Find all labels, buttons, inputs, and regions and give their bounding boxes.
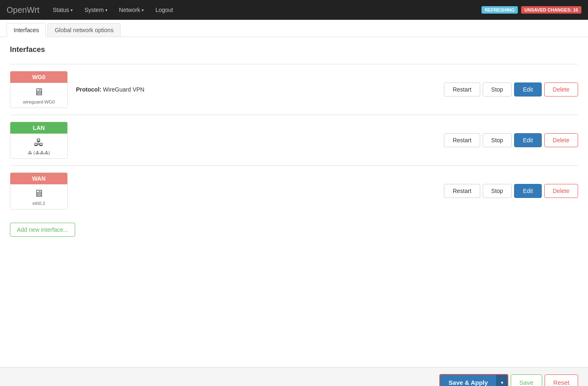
interface-row-lan: LAN 🖧 🖧 (🖧🖧🖧) Restart Stop Edit Delete xyxy=(10,115,578,165)
iface-body-lan: 🖧 🖧 (🖧🖧🖧) xyxy=(10,134,67,158)
interface-row-wg0: WG0 🖥 wireguard-WG0 Protocol: WireGuard … xyxy=(10,64,578,115)
lan-edit-button[interactable]: Edit xyxy=(514,133,541,147)
wg0-delete-button[interactable]: Delete xyxy=(544,82,578,96)
wg0-sublabel: wireguard-WG0 xyxy=(23,99,55,104)
status-dropdown-arrow: ▾ xyxy=(71,8,73,12)
save-apply-group: Save & Apply ▾ xyxy=(439,374,508,386)
navbar-right: REFRESHING UNSAVED CHANGES: 16 xyxy=(481,6,581,14)
iface-header-wg0: WG0 xyxy=(10,71,67,83)
tab-global-network-options[interactable]: Global network options xyxy=(47,23,120,37)
unsaved-badge: UNSAVED CHANGES: 16 xyxy=(521,6,581,14)
nav-status[interactable]: Status ▾ xyxy=(48,4,78,16)
page-title: Interfaces xyxy=(10,45,578,57)
iface-header-wan: WAN xyxy=(10,173,67,184)
wg0-icon: 🖥 xyxy=(34,86,44,98)
wan-stop-button[interactable]: Stop xyxy=(483,184,512,198)
brand-logo: OpenWrt xyxy=(7,5,40,15)
save-apply-button[interactable]: Save & Apply xyxy=(440,375,496,386)
iface-body-wan: 🖥 eth0.2 xyxy=(10,184,67,209)
iface-info-wg0: Protocol: WireGuard VPN xyxy=(76,86,436,93)
footer-bar: Save & Apply ▾ Save Reset xyxy=(0,367,588,386)
nav-menu: Status ▾ System ▾ Network ▾ Logout xyxy=(48,4,178,16)
wan-edit-button[interactable]: Edit xyxy=(514,184,541,198)
navbar: OpenWrt Status ▾ System ▾ Network ▾ Logo… xyxy=(0,0,588,20)
tab-interfaces[interactable]: Interfaces xyxy=(7,23,46,37)
wg0-edit-button[interactable]: Edit xyxy=(514,82,541,96)
iface-card-wg0: WG0 🖥 wireguard-WG0 xyxy=(10,71,68,108)
add-interface-button[interactable]: Add new interface... xyxy=(10,223,75,237)
nav-network[interactable]: Network ▾ xyxy=(114,4,149,16)
lan-stop-button[interactable]: Stop xyxy=(483,133,512,147)
iface-actions-wg0: Restart Stop Edit Delete xyxy=(444,82,578,96)
main-content: Interfaces WG0 🖥 wireguard-WG0 Protocol:… xyxy=(0,37,588,367)
iface-card-wan: WAN 🖥 eth0.2 xyxy=(10,172,68,209)
wan-icon: 🖥 xyxy=(34,188,44,199)
iface-actions-wan: Restart Stop Edit Delete xyxy=(444,184,578,198)
wan-sublabel: eth0.2 xyxy=(33,201,45,206)
wan-restart-button[interactable]: Restart xyxy=(444,184,480,198)
lan-restart-button[interactable]: Restart xyxy=(444,133,480,147)
wan-delete-button[interactable]: Delete xyxy=(544,184,578,198)
lan-delete-button[interactable]: Delete xyxy=(544,133,578,147)
network-dropdown-arrow: ▾ xyxy=(142,8,144,12)
save-button[interactable]: Save xyxy=(511,374,542,386)
iface-actions-lan: Restart Stop Edit Delete xyxy=(444,133,578,147)
wg0-stop-button[interactable]: Stop xyxy=(483,82,512,96)
system-dropdown-arrow: ▾ xyxy=(105,8,107,12)
nav-logout[interactable]: Logout xyxy=(150,4,178,16)
refreshing-badge: REFRESHING xyxy=(481,6,518,14)
tab-bar: Interfaces Global network options xyxy=(0,20,588,37)
lan-sublabel: 🖧 (🖧🖧🖧) xyxy=(28,150,50,155)
iface-body-wg0: 🖥 wireguard-WG0 xyxy=(10,83,67,108)
wg0-restart-button[interactable]: Restart xyxy=(444,82,480,96)
reset-button[interactable]: Reset xyxy=(545,374,578,386)
interface-row-wan: WAN 🖥 eth0.2 Restart Stop Edit Delete xyxy=(10,165,578,216)
save-apply-caret-button[interactable]: ▾ xyxy=(496,375,507,386)
iface-header-lan: LAN xyxy=(10,122,67,134)
iface-card-lan: LAN 🖧 🖧 (🖧🖧🖧) xyxy=(10,122,68,159)
nav-system[interactable]: System ▾ xyxy=(79,4,112,16)
lan-icon: 🖧 xyxy=(34,137,44,148)
interface-list: WG0 🖥 wireguard-WG0 Protocol: WireGuard … xyxy=(10,64,578,216)
